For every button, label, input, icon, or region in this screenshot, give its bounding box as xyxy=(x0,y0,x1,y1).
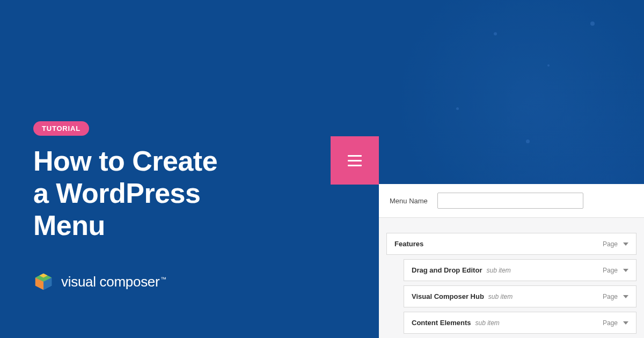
menu-item-drag-and-drop-editor[interactable]: Drag and Drop Editor sub item Page xyxy=(404,259,636,281)
menu-item-title: Drag and Drop Editor xyxy=(412,266,482,274)
hamburger-menu-button[interactable] xyxy=(331,136,379,185)
chevron-down-icon xyxy=(623,295,628,298)
menu-item-title: Features xyxy=(394,240,423,248)
menu-item-subtag: sub item xyxy=(488,293,513,300)
menu-item-content-elements[interactable]: Content Elements sub item Page xyxy=(404,312,636,334)
menu-editor-panel: Menu Name Features Page Drag and Drop Ed… xyxy=(379,184,644,338)
hamburger-icon xyxy=(348,155,362,166)
menu-item-type: Page xyxy=(603,267,618,274)
chevron-down-icon xyxy=(623,269,628,272)
menu-item-title: Visual Composer Hub xyxy=(412,292,484,300)
chevron-down-icon xyxy=(623,321,628,325)
menu-item-type: Page xyxy=(603,293,618,300)
menu-item-features[interactable]: Features Page xyxy=(386,233,636,255)
menu-item-subtag: sub item xyxy=(486,267,510,274)
brand-name: visual composer™ xyxy=(61,274,166,290)
menu-name-row: Menu Name xyxy=(379,184,644,218)
menu-item-title: Content Elements xyxy=(412,319,471,327)
visual-composer-logo-icon xyxy=(33,271,54,292)
menu-name-label: Menu Name xyxy=(390,197,428,205)
menu-item-subtag: sub item xyxy=(475,319,500,327)
menu-item-type: Page xyxy=(603,319,618,327)
tutorial-badge: TUTORIAL xyxy=(33,121,89,136)
menu-item-type: Page xyxy=(603,240,618,248)
menu-item-visual-composer-hub[interactable]: Visual Composer Hub sub item Page xyxy=(404,285,636,307)
menu-items-list: Features Page Drag and Drop Editor sub i… xyxy=(379,218,644,334)
page-title: How to Create a WordPress Menu xyxy=(33,145,217,241)
menu-name-input[interactable] xyxy=(437,193,583,209)
brand-logo: visual composer™ xyxy=(33,271,166,292)
chevron-down-icon xyxy=(623,243,628,246)
